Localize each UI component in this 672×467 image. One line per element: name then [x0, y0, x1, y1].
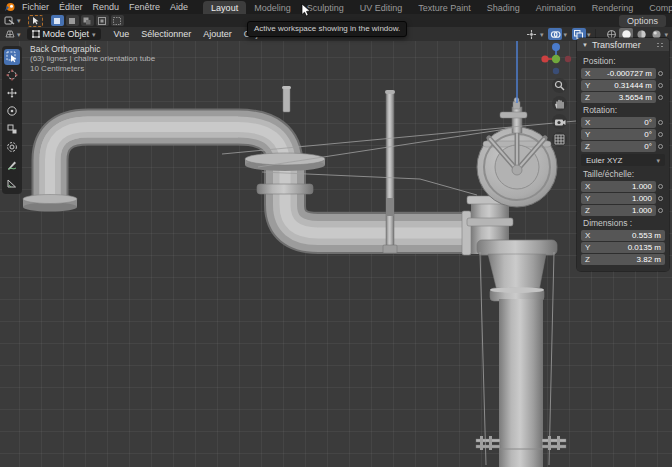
decorator-icon[interactable] [656, 95, 665, 100]
workspace-tab-rendering[interactable]: Rendering [584, 1, 642, 14]
workspace-tab-compositing[interactable]: Compositing [641, 1, 672, 14]
hand-icon [554, 98, 565, 109]
mid-collar [257, 184, 313, 194]
editor-type-selector[interactable]: ▾ [4, 29, 21, 40]
menu-ajouter[interactable]: Ajouter [198, 29, 237, 39]
workspace-tab-modeling[interactable]: Modeling [246, 1, 299, 14]
menu-fenetre[interactable]: Fenêtre [124, 0, 165, 14]
rotation-y-field[interactable]: Y0° [581, 129, 656, 140]
menu-fichier[interactable]: Fichier [17, 0, 54, 14]
menu-rendu[interactable]: Rendu [88, 0, 125, 14]
show-overlays-button[interactable] [548, 28, 562, 40]
chevron-down-icon[interactable]: ▾ [563, 31, 567, 38]
rotation-mode-dropdown[interactable]: Euler XYZ ▾ [581, 154, 665, 166]
transform-panel-header[interactable]: ▼ Transformer [577, 38, 669, 51]
cursor-tool[interactable] [4, 67, 20, 83]
dimensions-z-field[interactable]: Z3.82 m [581, 254, 665, 265]
gizmo-z-axis[interactable] [552, 43, 560, 51]
position-z-field[interactable]: Z3.5654 m [581, 92, 656, 103]
panel-expand-icon[interactable]: ▼ [582, 42, 588, 48]
interaction-mode-dropdown[interactable]: Mode Objet ▾ [27, 28, 101, 40]
select-mode-intersect[interactable] [111, 15, 124, 26]
menu-editer[interactable]: Éditer [54, 0, 88, 14]
valve-handwheel [477, 98, 557, 208]
select-mode-subtract[interactable] [81, 15, 94, 26]
transform-tool[interactable] [4, 139, 20, 155]
camera-view-button[interactable] [552, 114, 567, 129]
decorator-icon[interactable] [656, 132, 665, 137]
decorator-icon[interactable] [656, 184, 665, 189]
select-mode-extend[interactable] [66, 15, 79, 26]
workspace-tooltip: Active workspace showing in the window. [247, 21, 407, 37]
field-value: 3.5654 m [619, 93, 652, 102]
rotation-z-field[interactable]: Z0° [581, 141, 656, 152]
workspace-tab-texture-paint[interactable]: Texture Paint [410, 1, 479, 14]
field-value: 0.553 m [632, 231, 661, 240]
panel-drag-dots[interactable] [656, 42, 664, 48]
select-mode-options [51, 15, 124, 26]
zoom-view-button[interactable] [552, 78, 567, 93]
decorator-icon[interactable] [656, 71, 665, 76]
position-y-field[interactable]: Y0.31444 m [581, 80, 656, 91]
chevron-down-icon[interactable]: ▾ [664, 31, 668, 38]
left-flange [23, 195, 77, 212]
options-button[interactable]: Options [619, 15, 666, 27]
perspective-toggle-button[interactable] [552, 132, 567, 147]
decorator-icon[interactable] [656, 120, 665, 125]
show-gizmo-button[interactable] [525, 28, 539, 40]
scale-tool[interactable] [4, 121, 20, 137]
3d-viewport[interactable]: Back Orthographic (63) lignes | chaîne o… [0, 41, 672, 467]
rotate-tool[interactable] [4, 103, 20, 119]
blender-logo-icon[interactable] [4, 1, 15, 13]
gizmo-x-neg-axis[interactable] [565, 56, 571, 62]
select-mode-invert[interactable] [96, 15, 109, 26]
decorator-icon[interactable] [656, 208, 665, 213]
pan-view-button[interactable] [552, 96, 567, 111]
measure-tool[interactable] [4, 175, 20, 191]
dimensions-x-field[interactable]: X0.553 m [581, 230, 665, 241]
annotate-tool[interactable] [4, 157, 20, 173]
field-value: 0° [644, 118, 652, 127]
navigation-gizmo[interactable] [541, 42, 573, 76]
workspace-tab-layout[interactable]: Layout [203, 1, 246, 14]
axis-label: Y [585, 243, 590, 252]
axis-label: X [585, 118, 590, 127]
gizmo-y-axis[interactable] [552, 55, 560, 63]
scale-label: Taille/échelle: [583, 169, 665, 179]
move-tool[interactable] [4, 85, 20, 101]
transform-panel: ▼ Transformer Position: X-0.000727 m Y0.… [577, 38, 669, 271]
view-name-label: Back Orthographic [30, 44, 155, 54]
select-mode-set[interactable] [51, 15, 64, 26]
select-box-tool-button[interactable] [28, 15, 43, 27]
gizmo-x-axis[interactable] [541, 55, 548, 62]
decorator-icon[interactable] [656, 196, 665, 201]
menu-vue[interactable]: Vue [109, 29, 135, 39]
decorator-icon[interactable] [656, 83, 665, 88]
cursor-arrow-icon [31, 16, 40, 25]
bottom-flange-left [476, 436, 500, 450]
menu-aide[interactable]: Aide [165, 0, 193, 14]
position-x-field[interactable]: X-0.000727 m [581, 68, 656, 79]
menu-selectionner[interactable]: Sélectionner [136, 29, 196, 39]
chevron-down-icon[interactable]: ▾ [587, 31, 591, 38]
mouse-cursor [301, 4, 311, 17]
dimensions-z-row: Z3.82 m [581, 254, 665, 265]
viewport-editor-icon [4, 29, 16, 40]
gizmo-z-neg-axis[interactable] [553, 68, 559, 74]
workspace-tab-uv-editing[interactable]: UV Editing [352, 1, 411, 14]
workspace-tab-shading[interactable]: Shading [479, 1, 528, 14]
scale-y-field[interactable]: Y1.000 [581, 193, 656, 204]
chevron-down-icon[interactable]: ▾ [540, 31, 544, 38]
workspace-tab-animation[interactable]: Animation [528, 1, 584, 14]
viewport-nav-buttons [552, 78, 567, 147]
scale-z-field[interactable]: Z1.000 [581, 205, 656, 216]
decorator-icon[interactable] [656, 144, 665, 149]
rotation-x-field[interactable]: X0° [581, 117, 656, 128]
active-tool-dropdown[interactable]: ▾ [4, 15, 21, 26]
select-box-tool[interactable] [4, 49, 20, 65]
dimensions-y-field[interactable]: Y0.0135 m [581, 242, 665, 253]
scale-x-field[interactable]: X1.000 [581, 181, 656, 192]
viewport-3d-scene[interactable] [0, 41, 672, 467]
tooltip-text: Active workspace showing in the window. [254, 24, 400, 33]
grid-icon [554, 134, 565, 145]
